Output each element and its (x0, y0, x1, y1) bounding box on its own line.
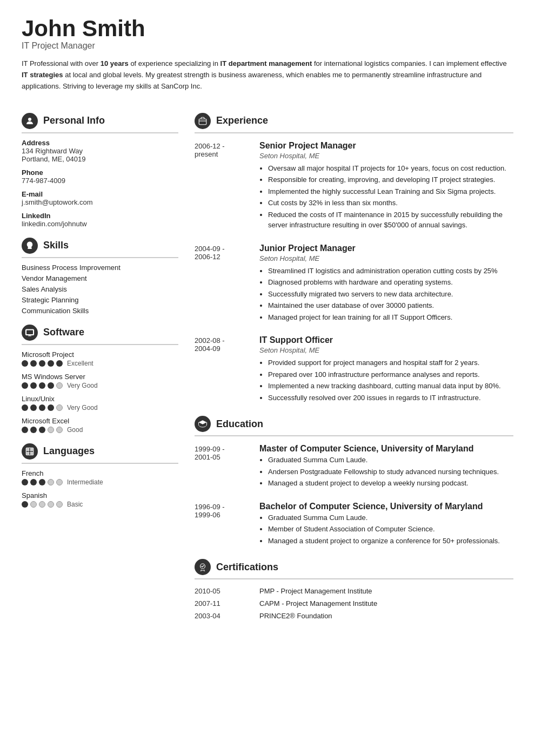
experience-item: 2002-08 -2004-09 IT Support Officer Seto… (195, 335, 513, 404)
svg-point-0 (28, 118, 31, 121)
svg-rect-5 (199, 119, 206, 125)
bullet: Responsible for creating, improving, and… (268, 174, 513, 185)
experience-section-header: Experience (195, 113, 513, 133)
dot-filled (48, 360, 54, 367)
certification-item: 2010-05 PMP - Project Management Institu… (195, 587, 513, 595)
skills-section-header: Skills (22, 238, 178, 258)
bullet: Successfully migrated two servers to new… (268, 289, 513, 300)
languages-section-header: Languages (22, 443, 178, 464)
dot-filled (22, 479, 28, 485)
dot-empty (39, 501, 45, 508)
dot-empty (30, 501, 37, 508)
language-item: Spanish Basic (22, 491, 178, 508)
bullet: Successfully resolved over 200 issues in… (268, 393, 513, 403)
email-group: E-mail j.smith@uptowork.com (22, 190, 178, 206)
dot-filled (48, 382, 54, 389)
languages-list: French Intermediate Spanish (22, 469, 178, 508)
dot-filled (56, 360, 63, 367)
dot-filled (39, 360, 45, 367)
skills-list: Business Process Improvement Vendor Mana… (22, 264, 178, 315)
skills-icon (22, 238, 38, 254)
dot-empty (56, 479, 63, 485)
dot-filled (48, 404, 54, 411)
address-group: Address 134 Rightward WayPortland, ME, 0… (22, 139, 178, 163)
skill-item: Strategic Planning (22, 296, 178, 304)
skill-item: Communication Skills (22, 307, 178, 315)
bullet: Prepared over 100 infrastructure perform… (268, 369, 513, 380)
dot-filled (22, 501, 28, 508)
certifications-list: 2010-05 PMP - Project Management Institu… (195, 587, 513, 620)
bullet: Reduced the costs of IT maintenance in 2… (268, 210, 513, 231)
dot-filled (30, 427, 37, 433)
phone-group: Phone 774-987-4009 (22, 168, 178, 185)
dot-filled (22, 382, 28, 389)
bullet: Diagnosed problems with hardware and ope… (268, 277, 513, 288)
dot-filled (39, 404, 45, 411)
bullet: Implemented a new tracking dashboard, cu… (268, 381, 513, 392)
dot-filled (30, 382, 37, 389)
bullet: Managed a student project to develop a w… (268, 478, 513, 489)
dot-filled (39, 479, 45, 485)
skill-item: Sales Analysis (22, 285, 178, 293)
experience-item: 2006-12 -present Senior Project Manager … (195, 141, 513, 232)
bullet: Managed a student project to organize a … (268, 536, 513, 546)
certifications-section-header: Certifications (195, 559, 513, 579)
certification-item: 2003-04 PRINCE2® Foundation (195, 612, 513, 620)
software-list: Microsoft Project Excellent MS Windows S… (22, 350, 178, 434)
certification-item: 2007-11 CAPM - Project Management Instit… (195, 599, 513, 608)
bullet: Andersen Postgraduate Fellowship to stud… (268, 467, 513, 477)
svg-rect-3 (26, 330, 33, 334)
bullet: Maintained the user database of over 300… (268, 300, 513, 311)
bullet: Managed project for lean training for al… (268, 312, 513, 323)
languages-icon (22, 443, 38, 460)
dot-filled (39, 427, 45, 433)
skill-item: Vendor Management (22, 274, 178, 282)
summary: IT Professional with over 10 years of ex… (22, 58, 508, 92)
bullet: Provided support for project managers an… (268, 357, 513, 368)
dot-empty (56, 382, 63, 389)
dot-empty (56, 404, 63, 411)
software-section-header: Software (22, 325, 178, 345)
dot-empty (56, 501, 63, 508)
education-section-header: Education (195, 416, 513, 436)
education-item: 1999-09 -2001-05 Master of Computer Scie… (195, 444, 513, 490)
bullet: Member of Student Association of Compute… (268, 524, 513, 535)
right-column: Experience 2006-12 -present Senior Proje… (195, 103, 513, 625)
experience-icon (195, 113, 211, 129)
dot-filled (39, 382, 45, 389)
personal-info-section-header: Personal Info (22, 113, 178, 133)
dot-filled (22, 404, 28, 411)
dot-filled (22, 427, 28, 433)
left-column: Personal Info Address 134 Rightward WayP… (22, 103, 178, 625)
skill-item: Business Process Improvement (22, 264, 178, 272)
job-title: IT Project Manager (22, 41, 513, 51)
software-item: MS Windows Server Very Good (22, 373, 178, 389)
education-item: 1996-09 -1999-06 Bachelor of Computer Sc… (195, 502, 513, 548)
bullet: Graduated Summa Cum Laude. (268, 512, 513, 523)
language-item: French Intermediate (22, 469, 178, 486)
software-item: Microsoft Excel Good (22, 417, 178, 434)
bullet: Implemented the highly successful Lean T… (268, 186, 513, 197)
linkedin-group: LinkedIn linkedin.com/johnutw (22, 212, 178, 228)
software-item: Microsoft Project Excellent (22, 350, 178, 367)
bullet: Cut costs by 32% in less than six months… (268, 198, 513, 208)
dot-empty (48, 479, 54, 485)
dot-filled (30, 404, 37, 411)
certifications-icon (195, 559, 211, 575)
personal-info-icon (22, 113, 38, 129)
education-icon (195, 416, 211, 432)
dot-filled (30, 479, 37, 485)
experience-item: 2004-09 -2006-12 Junior Project Manager … (195, 244, 513, 324)
dot-filled (22, 360, 28, 367)
bullet: Oversaw all major hospital IT projects f… (268, 163, 513, 174)
dot-empty (48, 501, 54, 508)
bullet: Graduated Summa Cum Laude. (268, 455, 513, 465)
software-item: Linux/Unix Very Good (22, 395, 178, 411)
name-heading: John Smith (22, 16, 513, 41)
dot-filled (30, 360, 37, 367)
bullet: Streamlined IT logistics and administrat… (268, 266, 513, 276)
software-icon (22, 325, 38, 341)
dot-empty (48, 427, 54, 433)
dot-empty (56, 427, 63, 433)
